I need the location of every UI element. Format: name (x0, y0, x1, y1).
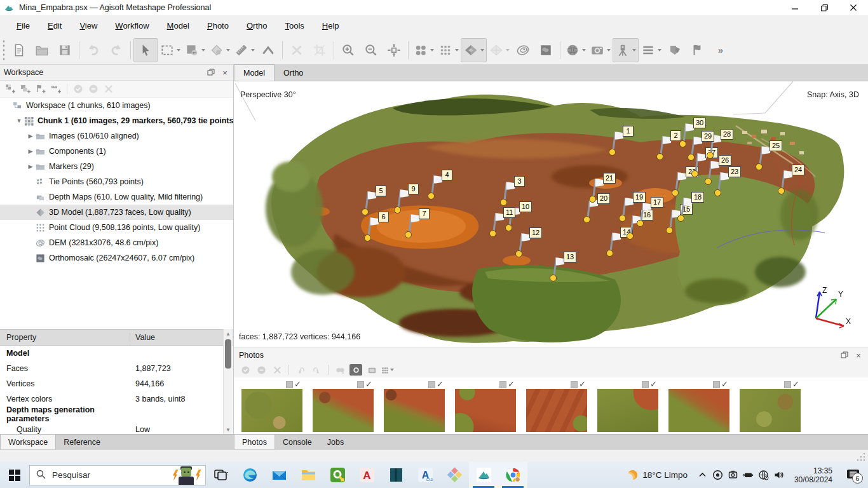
rectangle-selection-button[interactable] (158, 39, 182, 62)
photo-image[interactable] (384, 389, 445, 432)
tree-expand-icon[interactable]: ▶ (27, 148, 34, 154)
close-panel-icon[interactable]: × (220, 68, 229, 77)
dock-tab-workspace[interactable]: Workspace (0, 434, 56, 449)
search-doodle-frankenstein[interactable] (167, 466, 204, 485)
photo-thumbnail[interactable]: ✓ (526, 380, 587, 432)
photo-image[interactable] (668, 389, 729, 432)
photo-thumbnail[interactable]: ✓ (597, 380, 658, 432)
menu-edit[interactable]: Edit (39, 18, 71, 33)
dropdown-arrow-icon[interactable] (201, 49, 205, 51)
property-scrollbar[interactable]: ▲ ▼ (223, 329, 233, 434)
dock-tab-photos[interactable]: Photos (234, 434, 275, 449)
notification-center-button[interactable]: 6 (840, 462, 865, 488)
dropdown-arrow-icon[interactable] (582, 49, 586, 51)
marker-point[interactable] (627, 233, 634, 240)
taskbar-mail-app[interactable] (264, 462, 294, 488)
tree-item-markers[interactable]: ▶Markers (29) (0, 159, 233, 174)
tree-item-dem[interactable]: DEM (3281x3076, 48.6 cm/pix) (0, 235, 233, 250)
marker-point[interactable] (428, 193, 435, 200)
navigation-tool-button[interactable] (182, 39, 207, 62)
float-panel-icon[interactable] (840, 351, 849, 360)
tray-network-globe-icon[interactable] (756, 462, 771, 488)
menu-help[interactable]: Help (313, 18, 348, 33)
marker-point[interactable] (609, 149, 616, 156)
ruler-tool-button[interactable] (232, 39, 257, 62)
close-panel-icon[interactable]: × (854, 351, 863, 360)
taskbar-clock[interactable]: 13:35 30/08/2024 (788, 466, 839, 484)
tree-collapse-icon[interactable]: ▼ (15, 118, 23, 124)
new-document-button[interactable] (8, 39, 31, 62)
selection-cursor-button[interactable] (133, 38, 158, 62)
dropdown-arrow-icon[interactable] (226, 49, 230, 51)
marker-point[interactable] (489, 230, 496, 237)
dropdown-arrow-icon[interactable] (607, 49, 611, 51)
marker-point[interactable] (756, 163, 763, 170)
scrollbar-thumb[interactable] (225, 339, 231, 369)
weather-widget[interactable]: 18°C Limpo (621, 470, 694, 480)
rotate-object-tool-button[interactable] (207, 39, 232, 62)
tree-item-tie-points[interactable]: Tie Points (560,793 points) (0, 174, 233, 189)
point-cloud-view-button[interactable] (436, 39, 461, 62)
photo-thumbnail[interactable]: ✓ (384, 380, 445, 432)
dropdown-arrow-icon[interactable] (632, 49, 636, 51)
tray-chevron-up-icon[interactable] (695, 462, 710, 488)
dropdown-arrow-icon[interactable] (430, 49, 434, 51)
show-markers-button[interactable] (613, 38, 639, 62)
dock-tab-jobs[interactable]: Jobs (320, 435, 351, 449)
menu-model[interactable]: Model (158, 18, 198, 33)
model-view[interactable]: 1234567910111213141516171819202122232425… (234, 81, 868, 348)
taskbar-task-view-button[interactable] (206, 462, 235, 488)
marker-point[interactable] (691, 170, 698, 177)
menu-file[interactable]: File (8, 18, 39, 33)
show-masks-button[interactable] (349, 364, 362, 376)
model-shaded-view-button[interactable] (461, 38, 487, 62)
minimize-button[interactable] (780, 0, 810, 15)
marker-point[interactable] (589, 196, 596, 203)
marker-point[interactable] (606, 250, 613, 257)
tree-item-components[interactable]: ▶Components (1) (0, 144, 233, 159)
marker-point[interactable] (583, 216, 590, 223)
taskbar-chrome-app[interactable] (498, 462, 527, 488)
zoom-in-button[interactable] (337, 39, 360, 62)
marker-point[interactable] (619, 215, 626, 222)
dropdown-arrow-icon[interactable] (480, 49, 484, 51)
marker-point[interactable] (505, 224, 512, 231)
marker-point[interactable] (362, 208, 369, 215)
dropdown-arrow-icon[interactable] (455, 49, 459, 51)
tray-screen-cast-icon[interactable] (726, 462, 741, 488)
photo-thumbnail[interactable]: ✓ (241, 380, 302, 432)
float-panel-icon[interactable] (207, 68, 215, 77)
scroll-up-icon[interactable]: ▲ (224, 329, 233, 338)
dem-view-button[interactable] (512, 39, 534, 62)
tab-ortho[interactable]: Ortho (275, 65, 312, 81)
angle-tool-button[interactable] (257, 39, 280, 62)
dropdown-arrow-icon[interactable] (177, 49, 180, 51)
add-chunk-button[interactable] (4, 83, 17, 95)
tray-volume-icon[interactable] (771, 462, 787, 488)
tree-item-orthomosaic[interactable]: Orthomosaic (26247x24607, 6.07 cm/pix) (0, 250, 233, 266)
photo-image[interactable] (597, 389, 658, 432)
taskbar-office-diamond-app[interactable] (440, 462, 469, 488)
dropdown-arrow-icon[interactable] (390, 369, 394, 371)
open-project-button[interactable] (31, 39, 53, 62)
marker-point[interactable] (714, 189, 721, 196)
marker-point[interactable] (394, 207, 401, 214)
tree-item-workspace[interactable]: Workspace (1 chunks, 610 images) (0, 98, 233, 113)
start-button[interactable] (0, 462, 29, 488)
show-cameras-button[interactable] (588, 39, 613, 62)
marker-point[interactable] (679, 140, 686, 147)
taskbar-metashape-app[interactable] (469, 462, 498, 488)
photo-image[interactable] (241, 389, 302, 432)
add-scalebar-button[interactable] (50, 83, 62, 95)
taskbar-edge-app[interactable] (235, 462, 264, 488)
taskbar-autocad-app[interactable]: A (352, 462, 381, 488)
tray-record-icon[interactable] (710, 462, 726, 488)
photo-image[interactable] (526, 389, 587, 432)
orthomosaic-view-button[interactable] (534, 39, 557, 62)
tree-expand-icon[interactable]: ▶ (27, 163, 34, 170)
save-project-button[interactable] (53, 39, 76, 62)
tree-expand-icon[interactable]: ▶ (27, 133, 34, 139)
tree-item-depth-maps[interactable]: Depth Maps (610, Low quality, Mild filte… (0, 189, 233, 205)
menu-ortho[interactable]: Ortho (238, 18, 276, 33)
dock-tab-reference[interactable]: Reference (56, 435, 108, 449)
